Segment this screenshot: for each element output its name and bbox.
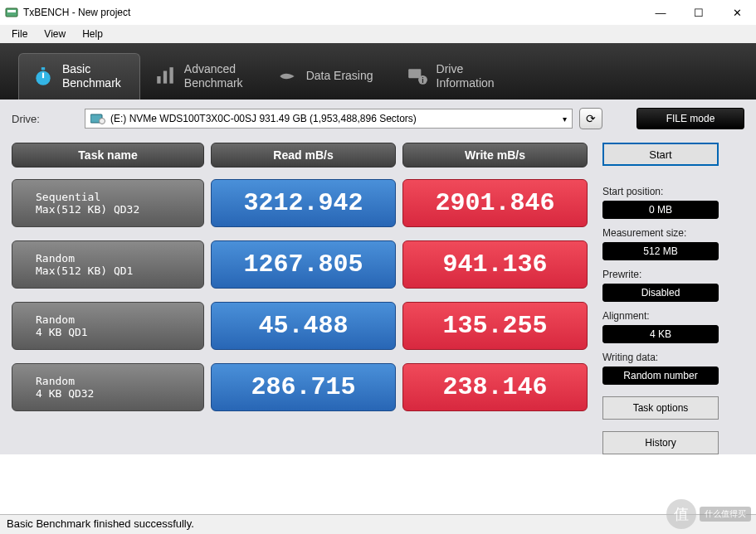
prewrite-label: Prewrite:: [602, 269, 719, 280]
write-value: 941.136: [402, 240, 588, 289]
prewrite-value[interactable]: Disabled: [602, 284, 719, 302]
tab-basic-benchmark[interactable]: Basic Benchmark: [18, 53, 140, 100]
window-controls: — ☐ ✕: [641, 0, 756, 25]
start-position-value[interactable]: 0 MB: [602, 201, 719, 219]
task-line2: Max(512 KB) QD32: [36, 203, 203, 216]
minimize-button[interactable]: —: [641, 0, 680, 25]
watermark-icon: 值: [666, 499, 696, 529]
tab-data-erasing[interactable]: Data Erasing: [262, 53, 393, 100]
svg-rect-5: [163, 70, 167, 83]
tab-label: Data Erasing: [306, 69, 373, 82]
disk-icon: [90, 113, 105, 124]
titlebar: TxBENCH - New project — ☐ ✕: [0, 0, 756, 25]
benchmark-header: Task name Read mB/s Write mB/s: [12, 143, 591, 167]
menubar: File View Help: [0, 25, 756, 43]
menu-file[interactable]: File: [3, 27, 36, 41]
stopwatch-icon: [32, 66, 54, 87]
table-row: Sequential Max(512 KB) QD32 3212.942 290…: [12, 179, 591, 227]
drive-label: Drive:: [12, 113, 78, 125]
main-content: Task name Read mB/s Write mB/s Sequentia…: [0, 138, 756, 454]
write-value: 238.146: [402, 363, 588, 411]
read-value: 286.715: [211, 363, 396, 411]
col-read: Read mB/s: [211, 143, 396, 167]
task-line2: 4 KB QD32: [36, 387, 203, 400]
task-line1: Random: [36, 375, 203, 387]
svg-rect-6: [169, 67, 173, 84]
refresh-button[interactable]: ⟳: [579, 108, 602, 129]
task-line1: Random: [36, 252, 203, 265]
eraser-icon: [276, 66, 298, 87]
file-mode-button[interactable]: FILE mode: [637, 108, 744, 129]
write-value: 135.255: [402, 302, 588, 350]
start-position-label: Start position:: [602, 186, 719, 197]
maximize-button[interactable]: ☐: [680, 0, 718, 25]
writing-data-value[interactable]: Random number: [602, 367, 719, 385]
table-row: Random 4 KB QD32 286.715 238.146: [12, 363, 591, 411]
history-button[interactable]: History: [602, 431, 719, 454]
side-panel: Start Start position: 0 MB Measurement s…: [602, 143, 719, 454]
writing-data-label: Writing data:: [602, 352, 719, 363]
write-value: 2901.846: [402, 179, 588, 227]
col-write: Write mB/s: [402, 143, 588, 167]
tab-advanced-benchmark[interactable]: Advanced Benchmark: [140, 53, 262, 100]
drive-info-icon: i: [407, 66, 428, 87]
read-value: 3212.942: [211, 179, 396, 227]
measurement-size-value[interactable]: 512 MB: [602, 242, 719, 260]
col-task-name: Task name: [12, 143, 204, 167]
app-icon: [5, 6, 18, 19]
chevron-down-icon: ▾: [563, 114, 567, 124]
task-cell: Sequential Max(512 KB) QD32: [12, 179, 204, 227]
svg-rect-4: [157, 76, 160, 84]
drive-select[interactable]: (E:) NVMe WDS100T3X0C-00SJ 931.49 GB (1,…: [85, 109, 573, 129]
measurement-size-label: Measurement size:: [602, 227, 719, 239]
status-text: Basic Benchmark finished successfully.: [7, 517, 194, 530]
read-value: 45.488: [211, 302, 396, 350]
tab-drive-information[interactable]: i Drive Information: [393, 53, 514, 100]
menu-help[interactable]: Help: [74, 27, 111, 41]
svg-rect-1: [7, 10, 16, 12]
close-button[interactable]: ✕: [718, 0, 756, 25]
svg-text:i: i: [422, 75, 423, 84]
tab-label: Drive Information: [437, 62, 495, 89]
task-line2: Max(512 KB) QD1: [36, 265, 203, 277]
read-value: 1267.805: [211, 240, 396, 289]
task-options-button[interactable]: Task options: [602, 396, 719, 420]
task-line1: Sequential: [36, 191, 203, 203]
alignment-label: Alignment:: [602, 310, 719, 322]
table-row: Random 4 KB QD1 45.488 135.255: [12, 302, 591, 350]
table-row: Random Max(512 KB) QD1 1267.805 941.136: [12, 240, 591, 289]
status-bar: Basic Benchmark finished successfully.: [0, 514, 756, 534]
tab-label: Advanced Benchmark: [184, 62, 243, 89]
tab-bar: Basic Benchmark Advanced Benchmark Data …: [0, 43, 756, 100]
bars-icon: [154, 66, 176, 87]
start-button[interactable]: Start: [602, 143, 719, 166]
svg-rect-7: [408, 69, 421, 78]
drive-selected-text: (E:) NVMe WDS100T3X0C-00SJ 931.49 GB (1,…: [110, 113, 417, 124]
window-title: TxBENCH - New project: [23, 7, 641, 18]
task-cell: Random 4 KB QD1: [12, 302, 204, 350]
menu-view[interactable]: View: [36, 27, 74, 41]
task-cell: Random Max(512 KB) QD1: [12, 240, 204, 289]
svg-rect-3: [41, 67, 45, 70]
tab-label: Basic Benchmark: [62, 62, 121, 89]
alignment-value[interactable]: 4 KB: [602, 325, 719, 343]
benchmark-table: Task name Read mB/s Write mB/s Sequentia…: [12, 143, 591, 454]
svg-point-11: [100, 119, 105, 124]
drive-row: Drive: (E:) NVMe WDS100T3X0C-00SJ 931.49…: [0, 100, 756, 138]
task-line1: Random: [36, 313, 203, 326]
task-line2: 4 KB QD1: [36, 326, 203, 338]
refresh-icon: ⟳: [586, 112, 596, 125]
watermark-text: 什么值得买: [700, 507, 751, 522]
watermark: 值 什么值得买: [660, 498, 751, 531]
task-cell: Random 4 KB QD32: [12, 363, 204, 411]
